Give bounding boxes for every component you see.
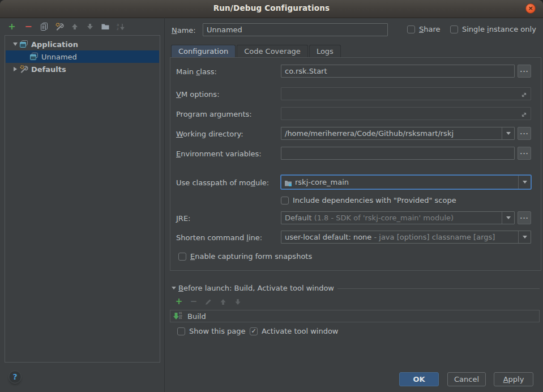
share-label[interactable]: Share — [419, 25, 441, 33]
ok-button[interactable]: OK — [399, 372, 439, 386]
sort-configurations-icon[interactable]: a z — [116, 22, 125, 31]
show-this-page-label[interactable]: Show this page — [189, 327, 246, 335]
share-checkbox[interactable] — [407, 25, 415, 33]
window-title: Run/Debug Configurations — [0, 3, 543, 12]
single-instance-label[interactable]: Single instance only — [462, 25, 536, 33]
task-label: Build — [187, 312, 206, 321]
move-task-down-icon[interactable] — [233, 297, 242, 306]
main-class-input[interactable]: co.rsk.Start — [281, 65, 515, 78]
vm-options-input[interactable] — [281, 87, 531, 100]
expanded-arrow-icon[interactable] — [11, 42, 19, 46]
jre-browse-button[interactable]: ... — [518, 211, 531, 224]
create-folder-icon[interactable] — [101, 22, 110, 31]
edit-task-pencil-icon[interactable] — [204, 297, 213, 306]
environment-variables-label: Environment variables: — [176, 150, 262, 158]
share-checkbox-row[interactable]: Share — [407, 25, 441, 33]
close-icon: × — [528, 5, 533, 12]
activate-tool-window-label[interactable]: Activate tool window — [262, 327, 338, 335]
tab-configuration[interactable]: Configuration — [171, 45, 236, 58]
shorten-dropdown[interactable] — [518, 231, 531, 243]
configurations-toolbar: + − a z — [7, 22, 125, 32]
include-provided-checkbox-row[interactable]: Include dependencies with "Provided" sco… — [281, 196, 456, 204]
shorten-value-wrap: user-local default: none - java [options… — [281, 231, 518, 243]
tree-item-defaults[interactable]: Defaults — [6, 63, 159, 75]
jre-combo[interactable]: Default (1.8 - SDK of 'rskj-core_main' m… — [281, 211, 515, 224]
chevron-down-icon — [523, 236, 527, 238]
edit-defaults-wrench-icon[interactable] — [55, 22, 64, 31]
expand-field-icon[interactable] — [520, 110, 528, 122]
svg-text:z: z — [117, 27, 119, 31]
include-provided-checkbox[interactable] — [281, 197, 289, 204]
title-bar[interactable]: Run/Debug Configurations × — [0, 0, 543, 18]
before-launch-collapse-icon[interactable] — [172, 287, 176, 289]
check-icon: ✓ — [251, 327, 256, 335]
main-class-label: Main class: — [176, 67, 217, 76]
working-directory-value: /home/meriherrera/Code/Github/rsksmart/r… — [281, 127, 502, 139]
jre-value-wrap: Default (1.8 - SDK of 'rskj-core_main' m… — [281, 212, 502, 224]
enable-snapshots-label[interactable]: Enable capturing form snapshots — [190, 252, 312, 261]
help-button[interactable]: ? — [8, 370, 22, 384]
add-task-icon[interactable]: + — [174, 297, 183, 306]
jre-value: Default — [285, 214, 312, 222]
enable-snapshots-checkbox-row[interactable]: Enable capturing form snapshots — [178, 252, 312, 261]
move-task-up-icon[interactable] — [219, 297, 228, 306]
program-arguments-label: Program arguments: — [176, 110, 252, 118]
program-arguments-input[interactable] — [281, 107, 531, 120]
ellipsis-icon: ... — [520, 148, 529, 156]
show-this-page-checkbox-row[interactable]: Show this page — [177, 327, 246, 335]
tree-item-label: Unnamed — [41, 53, 77, 61]
working-directory-combo[interactable]: /home/meriherrera/Code/Github/rsksmart/r… — [281, 127, 515, 140]
remove-task-icon[interactable]: − — [189, 297, 198, 306]
tree-item-application[interactable]: Application — [6, 38, 159, 50]
tree-item-unnamed[interactable]: Unnamed — [6, 50, 159, 63]
before-launch-rule — [337, 288, 540, 289]
run-debug-configurations-dialog: Run/Debug Configurations × + − — [0, 0, 543, 392]
remove-configuration-icon[interactable]: − — [23, 22, 33, 32]
tree-item-label: Defaults — [31, 65, 66, 74]
panel-separator — [164, 18, 165, 392]
close-button[interactable]: × — [525, 3, 536, 14]
before-launch-toolbar: + − — [174, 297, 242, 306]
move-down-icon[interactable] — [85, 22, 95, 31]
show-this-page-checkbox[interactable] — [177, 327, 185, 335]
working-directory-dropdown[interactable] — [502, 127, 514, 139]
apply-button[interactable]: Apply — [494, 372, 533, 386]
environment-variables-input[interactable] — [281, 147, 515, 160]
move-up-icon[interactable] — [70, 22, 79, 31]
shorten-command-line-combo[interactable]: user-local default: none - java [options… — [281, 231, 531, 244]
before-launch-title: Before launch: Build, Activate tool wind… — [178, 284, 334, 292]
application-type-icon — [29, 52, 39, 61]
main-class-browse-button[interactable]: ... — [518, 65, 531, 78]
module-icon — [284, 178, 292, 186]
jre-dropdown[interactable] — [502, 212, 514, 224]
ellipsis-icon: ... — [520, 213, 529, 220]
chevron-down-icon — [506, 216, 511, 219]
include-provided-label[interactable]: Include dependencies with "Provided" sco… — [293, 196, 456, 204]
working-directory-label: Working directory: — [176, 130, 243, 138]
expand-field-icon[interactable] — [520, 90, 528, 102]
activate-tool-window-checkbox-row[interactable]: ✓ Activate tool window — [250, 327, 338, 335]
single-instance-checkbox[interactable] — [450, 25, 458, 33]
name-input[interactable]: Unnamed — [203, 23, 388, 36]
enable-snapshots-checkbox[interactable] — [178, 253, 186, 261]
single-instance-checkbox-row[interactable]: Single instance only — [450, 25, 536, 33]
use-classpath-label: Use classpath of module: — [176, 178, 269, 187]
tab-logs[interactable]: Logs — [309, 45, 341, 58]
settings-tabs: Configuration Code Coverage Logs — [171, 45, 341, 58]
collapsed-arrow-icon[interactable] — [11, 67, 19, 71]
shorten-value: user-local default: none — [285, 233, 371, 241]
tab-code-coverage[interactable]: Code Coverage — [237, 45, 308, 58]
working-directory-browse-button[interactable]: ... — [518, 127, 531, 140]
environment-variables-browse-button[interactable]: ... — [518, 147, 531, 160]
add-configuration-icon[interactable]: + — [7, 22, 17, 32]
ellipsis-icon: ... — [520, 66, 529, 74]
vm-options-label: VM options: — [176, 90, 220, 99]
activate-tool-window-checkbox[interactable]: ✓ — [250, 327, 258, 335]
cancel-button[interactable]: Cancel — [447, 372, 486, 386]
use-classpath-combo[interactable]: rskj-core_main — [280, 174, 532, 190]
use-classpath-dropdown[interactable] — [518, 176, 531, 189]
copy-configuration-icon[interactable] — [40, 22, 49, 31]
name-value: Unnamed — [207, 25, 242, 34]
before-launch-task-build[interactable]: 01 10 01 Build — [170, 310, 540, 322]
configuration-tab-panel: Main class: co.rsk.Start ... VM options:… — [170, 57, 541, 271]
